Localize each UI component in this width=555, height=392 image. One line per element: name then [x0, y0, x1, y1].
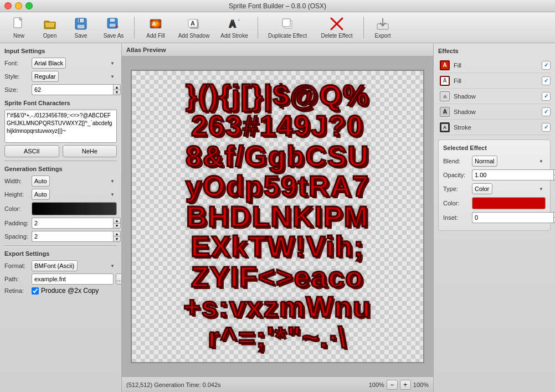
effect-check-fill-red[interactable]	[542, 61, 551, 70]
width-select[interactable]: Auto	[32, 176, 50, 187]
left-panel: Input Settings Font: Arial Black Style: …	[0, 43, 122, 392]
padding-decrement[interactable]: ▼	[113, 223, 121, 229]
size-input[interactable]: 62	[32, 84, 113, 95]
effect-check-shadow-dark[interactable]	[542, 107, 551, 116]
path-input[interactable]: example.fnt	[32, 274, 114, 285]
chars-area[interactable]: !"#$&'0*+,-./0123456789;:<=>?@ABCDEFGHIJ…	[4, 110, 117, 143]
inset-row: Inset: 0 ▲ ▼	[443, 212, 546, 223]
font-select[interactable]: Arial Black	[32, 58, 66, 69]
save-as-label: Save As	[104, 33, 124, 39]
browse-button[interactable]: …	[116, 274, 122, 285]
minimize-button[interactable]	[15, 2, 22, 9]
type-select[interactable]: Color	[472, 183, 492, 194]
chars-buttons: ASCII NeHe	[4, 145, 117, 157]
selected-effect-title: Selected Effect	[443, 145, 546, 151]
effect-item-shadow-light[interactable]: A Shadow	[438, 89, 551, 104]
padding-increment[interactable]: ▲	[113, 218, 121, 223]
width-label: Width:	[4, 178, 29, 184]
inset-stepper: 0 ▲ ▼	[472, 212, 555, 223]
blend-row: Blend: Normal	[443, 156, 546, 167]
effects-section: Effects A Fill A Fill A	[438, 48, 551, 135]
size-stepper-buttons: ▲ ▼	[113, 84, 121, 95]
export-settings-title: Export Settings	[4, 250, 117, 257]
export-label: Export	[375, 33, 391, 39]
add-stroke-button[interactable]: A + Add Stroke	[215, 14, 253, 41]
delete-effect-button[interactable]: Delete Effect	[315, 14, 359, 41]
duplicate-effect-button[interactable]: Duplicate Effect	[263, 14, 312, 41]
size-decrement[interactable]: ▼	[113, 90, 121, 96]
spacing-increment[interactable]: ▲	[113, 231, 121, 236]
open-icon	[42, 16, 58, 32]
path-label: Path:	[4, 276, 29, 282]
spacing-input[interactable]: 2	[32, 231, 113, 242]
svg-text:+: +	[196, 18, 199, 23]
window-title: Sprite Font Builder – 0.8.0 (OSX)	[229, 2, 326, 10]
padding-label: Padding:	[4, 220, 29, 226]
atlas-footer: (512,512) Generation Time: 0.042s 100% −…	[122, 376, 433, 392]
height-select[interactable]: Auto	[32, 189, 50, 200]
open-button[interactable]: Open	[35, 14, 64, 41]
font-preview: }(){j[}|$@Q%263#149J?08&f/GgbCSUyOdp59tR…	[132, 71, 423, 362]
blend-select[interactable]: Normal	[472, 156, 497, 167]
padding-stepper-buttons: ▲ ▼	[113, 218, 121, 229]
effect-label-shadow-dark: Shadow	[454, 109, 542, 115]
save-button[interactable]: Save	[66, 14, 95, 41]
color-swatch[interactable]	[472, 197, 546, 209]
fill-red-icon: A	[438, 59, 451, 72]
zoom-out-button[interactable]: −	[387, 380, 398, 390]
effect-label-fill-white: Fill	[454, 78, 542, 84]
effect-check-fill-white[interactable]	[542, 76, 551, 85]
zoom-in-button[interactable]: +	[400, 380, 411, 390]
opacity-input[interactable]: 1.00	[472, 169, 553, 180]
ascii-button[interactable]: ASCII	[4, 145, 59, 157]
save-icon	[73, 16, 89, 32]
style-select-wrapper: Regular	[32, 71, 117, 82]
effect-label-fill-red: Fill	[454, 62, 542, 69]
inset-label: Inset:	[443, 214, 470, 221]
size-increment[interactable]: ▲	[113, 84, 121, 90]
save-as-button[interactable]: + Save As	[97, 14, 130, 41]
style-label: Style:	[4, 73, 29, 80]
type-row: Type: Color	[443, 183, 546, 194]
retina-checkbox[interactable]	[32, 287, 39, 295]
height-row: Height: Auto	[4, 189, 117, 200]
export-button[interactable]: Export	[368, 14, 397, 41]
shadow-dark-icon: A	[438, 105, 451, 118]
right-panel: Effects A Fill A Fill A	[433, 43, 555, 392]
style-select[interactable]: Regular	[32, 71, 59, 82]
opacity-row: Opacity: 1.00 ▲ ▼	[443, 169, 546, 180]
close-button[interactable]	[4, 2, 12, 9]
effect-item-fill-white[interactable]: A Fill	[438, 73, 551, 89]
color-gradient[interactable]	[32, 202, 117, 215]
effect-check-stroke[interactable]	[542, 123, 551, 132]
svg-rect-21	[282, 19, 290, 27]
effect-check-shadow-light[interactable]	[542, 92, 551, 101]
new-button[interactable]: New	[4, 14, 33, 41]
nehe-button[interactable]: NeHe	[63, 145, 117, 157]
spacing-decrement[interactable]: ▼	[113, 236, 121, 243]
center-panel: Atlas Preview }(){j[}|$@Q%263#149J?08&f/…	[122, 43, 433, 392]
atlas-area: }(){j[}|$@Q%263#149J?08&f/GgbCSUyOdp59tR…	[122, 56, 433, 376]
spacing-label: Spacing:	[4, 233, 29, 240]
padding-input[interactable]: 2	[32, 218, 113, 229]
effect-item-shadow-dark[interactable]: A Shadow	[438, 104, 551, 120]
window-controls[interactable]	[4, 2, 33, 9]
svg-text:+: +	[115, 24, 119, 30]
maximize-button[interactable]	[25, 2, 33, 9]
font-select-wrapper: Arial Black	[32, 58, 117, 69]
effect-item-stroke[interactable]: A Stroke	[438, 120, 551, 135]
effect-item-fill-red[interactable]: A Fill	[438, 58, 551, 73]
font-row: Font: Arial Black	[4, 58, 117, 69]
produce-copy-label: Produce @2x Copy	[41, 287, 99, 295]
add-fill-button[interactable]: A + Add Fill	[139, 14, 172, 41]
color-prop-label: Color:	[443, 200, 470, 207]
add-fill-label: Add Fill	[146, 33, 165, 39]
save-label: Save	[75, 33, 88, 39]
format-select[interactable]: BMFont (Ascii)	[32, 260, 78, 271]
format-select-wrapper: BMFont (Ascii)	[32, 260, 117, 271]
type-label: Type:	[443, 185, 470, 192]
duplicate-effect-label: Duplicate Effect	[268, 33, 307, 39]
add-shadow-button[interactable]: A + Add Shadow	[174, 14, 213, 41]
inset-input[interactable]: 0	[472, 212, 553, 223]
toolbar-separator-2	[258, 17, 258, 39]
